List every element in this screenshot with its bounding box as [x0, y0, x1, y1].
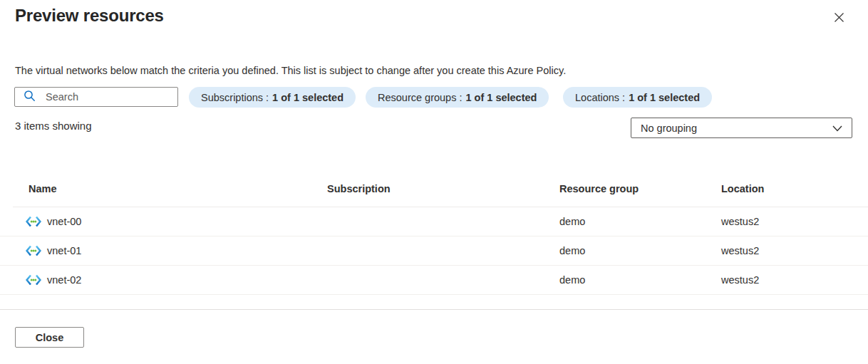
filter-label: Subscriptions : — [201, 92, 269, 103]
panel-description: The virtual networks below match the cri… — [15, 65, 566, 76]
virtual-network-icon — [26, 245, 41, 256]
resource-group: demo — [559, 245, 585, 256]
filter-label: Resource groups : — [378, 92, 462, 103]
filter-pill-subscriptions[interactable]: Subscriptions : 1 of 1 selected — [189, 87, 356, 108]
column-header-resource-group[interactable]: Resource group — [559, 183, 639, 194]
close-panel-button[interactable] — [829, 9, 849, 28]
table-row[interactable]: vnet-01 demo westus2 — [0, 236, 868, 266]
column-header-location[interactable]: Location — [721, 183, 764, 194]
close-icon — [834, 12, 844, 25]
virtual-network-icon — [26, 216, 41, 227]
resource-name[interactable]: vnet-00 — [47, 216, 81, 227]
grouping-dropdown[interactable]: No grouping — [631, 118, 852, 138]
items-showing-count: 3 items showing — [15, 120, 92, 132]
column-header-subscription[interactable]: Subscription — [327, 183, 391, 194]
filter-pill-locations[interactable]: Locations : 1 of 1 selected — [563, 87, 712, 108]
resource-group: demo — [559, 274, 585, 286]
search-input[interactable] — [46, 91, 172, 103]
table-body: vnet-00 demo westus2 vnet-01 demo westus… — [0, 207, 868, 295]
resource-name[interactable]: vnet-02 — [47, 274, 81, 286]
grouping-selected-value: No grouping — [641, 123, 697, 134]
filter-value: 1 of 1 selected — [629, 92, 700, 103]
resource-name[interactable]: vnet-01 — [47, 245, 81, 256]
filter-value: 1 of 1 selected — [272, 92, 343, 103]
filter-value: 1 of 1 selected — [465, 92, 537, 103]
search-box[interactable] — [14, 87, 178, 107]
resource-location: westus2 — [721, 274, 759, 286]
resource-group: demo — [559, 216, 585, 227]
close-button[interactable]: Close — [15, 327, 84, 348]
column-header-name[interactable]: Name — [29, 183, 57, 194]
table-row[interactable]: vnet-02 demo westus2 — [0, 266, 868, 295]
search-icon — [24, 90, 36, 105]
preview-resources-panel: Preview resources The virtual networks b… — [0, 0, 868, 364]
filter-label: Locations : — [575, 92, 625, 103]
filter-pill-resource-groups[interactable]: Resource groups : 1 of 1 selected — [366, 87, 549, 108]
virtual-network-icon — [26, 274, 41, 286]
table-row[interactable]: vnet-00 demo westus2 — [0, 207, 868, 236]
footer-divider — [0, 309, 868, 310]
resource-location: westus2 — [721, 216, 759, 227]
page-title: Preview resources — [15, 6, 164, 26]
chevron-down-icon — [832, 123, 842, 134]
resource-location: westus2 — [721, 245, 759, 256]
